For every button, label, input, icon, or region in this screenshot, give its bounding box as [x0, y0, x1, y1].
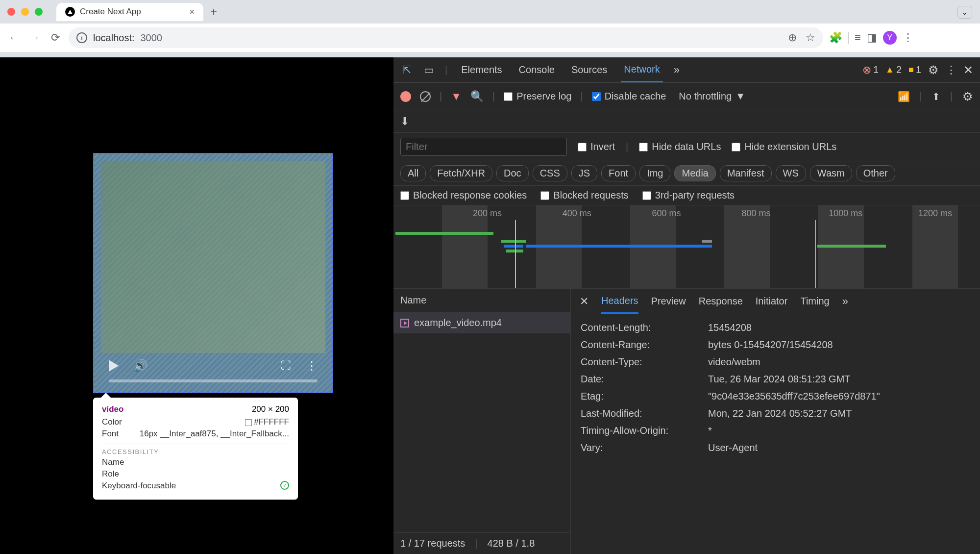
- window-minimize-button[interactable]: [21, 8, 29, 16]
- blocked-cookies-toggle[interactable]: Blocked response cookies: [400, 190, 527, 201]
- close-tab-button[interactable]: ×: [189, 7, 195, 17]
- type-pill-img[interactable]: Img: [639, 165, 670, 181]
- detail-more-tabs-icon[interactable]: »: [842, 295, 848, 308]
- zoom-icon[interactable]: ⊕: [788, 31, 797, 44]
- detail-tab-initiator[interactable]: Initiator: [756, 290, 788, 313]
- video-element-highlighted[interactable]: 🔊 ⛶ ⋮: [93, 153, 333, 393]
- settings-icon[interactable]: ⚙: [928, 63, 939, 77]
- request-filename: example_video.mp4: [414, 317, 502, 328]
- volume-icon[interactable]: 🔊: [133, 359, 148, 373]
- preserve-log-checkbox[interactable]: [504, 92, 513, 101]
- tooltip-font-label: Font: [102, 429, 119, 439]
- header-value: Mon, 22 Jan 2024 05:52:27 GMT: [708, 408, 852, 419]
- type-pill-css[interactable]: CSS: [533, 165, 567, 181]
- window-close-button[interactable]: [7, 8, 15, 16]
- disable-cache-checkbox[interactable]: [592, 92, 601, 101]
- tab-title: Create Next App: [80, 7, 141, 17]
- header-key: Content-Length:: [581, 322, 698, 333]
- detail-tab-response[interactable]: Response: [699, 290, 743, 313]
- clear-button[interactable]: [420, 91, 431, 102]
- hide-data-urls-toggle[interactable]: Hide data URLs: [639, 141, 721, 152]
- header-key: Last-Modified:: [581, 408, 698, 419]
- address-bar[interactable]: i localhost:3000 ⊕ ☆: [69, 27, 823, 48]
- type-pill-manifest[interactable]: Manifest: [720, 165, 772, 181]
- network-timeline[interactable]: 200 ms400 ms600 ms800 ms1000 ms1200 ms: [393, 205, 980, 289]
- tooltip-color-value: #FFFFFF: [254, 417, 289, 427]
- warning-icon[interactable]: ▲: [885, 65, 894, 75]
- type-pill-doc[interactable]: Doc: [496, 165, 529, 181]
- tab-network[interactable]: Network: [621, 58, 662, 82]
- browser-tab[interactable]: Create Next App ×: [56, 3, 203, 21]
- profile-avatar[interactable]: Y: [883, 31, 897, 45]
- preserve-log-label: Preserve log: [516, 91, 571, 102]
- blocked-requests-toggle[interactable]: Blocked requests: [540, 190, 628, 201]
- network-conditions-icon[interactable]: 📶: [898, 91, 910, 102]
- network-settings-icon[interactable]: ⚙: [962, 90, 973, 103]
- type-pill-all[interactable]: All: [400, 165, 426, 181]
- chrome-menu-button[interactable]: ⋮: [903, 31, 913, 44]
- detail-tab-timing[interactable]: Timing: [800, 290, 829, 313]
- more-tabs-icon[interactable]: »: [674, 64, 680, 76]
- disable-cache-toggle[interactable]: Disable cache: [592, 91, 666, 102]
- inspect-element-icon[interactable]: ⇱: [400, 64, 413, 76]
- type-pill-wasm[interactable]: Wasm: [810, 165, 852, 181]
- type-pill-other[interactable]: Other: [856, 165, 895, 181]
- load-line: [815, 220, 816, 288]
- filter-icon[interactable]: ▼: [451, 90, 462, 103]
- page-viewport: 🔊 ⛶ ⋮ video 200 × 200 Color #FFFFFF Font…: [0, 57, 393, 554]
- response-header-row: Timing-Allow-Origin:*: [581, 422, 970, 439]
- type-pill-js[interactable]: JS: [571, 165, 597, 181]
- throttling-select[interactable]: No throttling ▼: [679, 91, 745, 102]
- header-key: Date:: [581, 374, 698, 385]
- download-har-icon[interactable]: ⬇: [400, 115, 409, 128]
- type-pill-fetchxhr[interactable]: Fetch/XHR: [430, 165, 492, 181]
- extensions-icon[interactable]: 🧩: [829, 31, 842, 44]
- thirdparty-toggle[interactable]: 3rd-party requests: [642, 190, 735, 201]
- detail-tab-preview[interactable]: Preview: [651, 290, 686, 313]
- bookmark-icon[interactable]: ☆: [806, 31, 815, 44]
- video-progress[interactable]: [109, 379, 318, 382]
- search-icon[interactable]: 🔍: [470, 90, 484, 103]
- header-value: bytes 0-15454207/15454208: [708, 339, 833, 351]
- close-devtools-icon[interactable]: ✕: [963, 63, 973, 77]
- upload-har-icon[interactable]: ⬆: [932, 91, 940, 102]
- play-icon[interactable]: [109, 360, 119, 372]
- tooltip-acc-name: Name: [102, 457, 124, 467]
- response-header-row: Etag:"9c04e33e35635dff7c253efee697d871": [581, 388, 970, 405]
- tab-sources[interactable]: Sources: [568, 58, 610, 81]
- response-header-row: Content-Length:15454208: [581, 319, 970, 336]
- divider: [848, 32, 849, 44]
- reload-button[interactable]: ⟳: [48, 30, 63, 45]
- type-pill-ws[interactable]: WS: [776, 165, 806, 181]
- request-row[interactable]: example_video.mp4: [393, 312, 570, 333]
- error-icon[interactable]: ⊗: [862, 64, 871, 76]
- fullscreen-icon[interactable]: ⛶: [280, 359, 291, 372]
- filter-input[interactable]: [400, 138, 567, 156]
- preserve-log-toggle[interactable]: Preserve log: [504, 91, 571, 102]
- window-maximize-button[interactable]: [35, 8, 43, 16]
- tab-elements[interactable]: Elements: [458, 58, 505, 81]
- tab-console[interactable]: Console: [516, 58, 558, 81]
- type-pill-font[interactable]: Font: [601, 165, 636, 181]
- record-button[interactable]: [400, 91, 411, 102]
- requests-name-header[interactable]: Name: [393, 289, 570, 312]
- video-more-icon[interactable]: ⋮: [306, 359, 318, 373]
- close-detail-pane-icon[interactable]: ✕: [580, 295, 588, 308]
- device-toggle-icon[interactable]: ▭: [424, 64, 434, 76]
- devtools-menu-icon[interactable]: ⋮: [946, 64, 956, 76]
- invert-toggle[interactable]: Invert: [578, 141, 615, 152]
- issues-icon[interactable]: ■: [908, 65, 914, 75]
- reading-list-icon[interactable]: ≡: [855, 31, 861, 44]
- side-panel-icon[interactable]: ◨: [867, 31, 877, 44]
- forward-button[interactable]: →: [27, 30, 42, 45]
- back-button[interactable]: ←: [7, 30, 22, 45]
- window-dropdown-button[interactable]: ⌄: [957, 6, 972, 19]
- throttling-label: No throttling: [679, 91, 732, 102]
- site-info-icon[interactable]: i: [76, 32, 87, 43]
- transfer-size: 428 B / 1.8: [488, 538, 535, 549]
- hide-ext-urls-toggle[interactable]: Hide extension URLs: [732, 141, 836, 152]
- detail-tab-headers[interactable]: Headers: [601, 289, 638, 314]
- new-tab-button[interactable]: +: [210, 5, 217, 19]
- tooltip-dims: 200 × 200: [252, 404, 289, 414]
- type-pill-media[interactable]: Media: [674, 165, 715, 181]
